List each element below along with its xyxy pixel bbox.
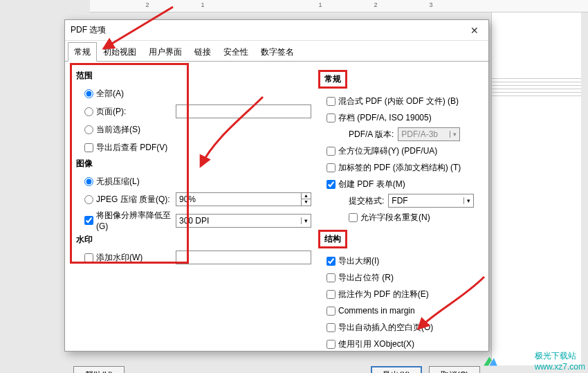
range-pages-label: 页面(P): <box>96 106 126 118</box>
tab-bar: 常规 初始视图 用户界面 链接 安全性 数字签名 <box>65 42 488 62</box>
tab-security[interactable]: 安全性 <box>217 42 255 62</box>
margin-comments-checkbox[interactable] <box>327 307 336 316</box>
tab-general[interactable]: 常规 <box>68 42 97 62</box>
ua-checkbox[interactable] <box>327 147 336 156</box>
reduce-res-label: 将图像分辨率降低至(G) <box>96 210 176 231</box>
cancel-button[interactable]: 取消(C) <box>429 366 480 373</box>
site-url: www.xz7.com <box>535 362 585 372</box>
chevron-down-icon: ▾ <box>301 217 311 224</box>
lossless-label: 无损压缩(L) <box>96 176 140 188</box>
structure-section-title: 结构 <box>318 230 347 248</box>
chevron-down-icon: ▾ <box>450 131 459 138</box>
range-section-title: 范围 <box>76 70 311 82</box>
export-button[interactable]: 导出(X) <box>371 366 422 373</box>
tab-initial-view[interactable]: 初始视图 <box>97 42 143 62</box>
tagged-checkbox[interactable] <box>327 163 336 172</box>
submit-format-label: 提交格式: <box>349 195 384 207</box>
margin-comments-label: Comments in margin <box>338 306 415 316</box>
pdfa-version-label: PDF/A 版本: <box>349 129 394 140</box>
range-pages-radio[interactable] <box>84 107 93 116</box>
xobject-label: 使用引用 XObject(X) <box>338 338 414 350</box>
outline-checkbox[interactable] <box>327 257 336 266</box>
range-all-radio[interactable] <box>84 89 93 98</box>
pdf-comments-checkbox[interactable] <box>327 290 336 299</box>
button-row: 帮助(H) 导出(X) 取消(C) <box>65 359 488 373</box>
titlebar: PDF 选项 ✕ <box>65 20 488 41</box>
pdf-comments-label: 批注作为 PDF 的注释(E) <box>338 289 429 300</box>
forms-label: 创建 PDF 表单(M) <box>338 179 405 190</box>
lossless-radio[interactable] <box>84 177 93 186</box>
reduce-res-checkbox[interactable] <box>84 216 93 225</box>
general-section-title: 常规 <box>318 70 347 89</box>
pdfa-version-value: PDF/A-3b <box>398 129 450 139</box>
jpeg-label: JPEG 压缩 质量(Q): <box>96 194 170 206</box>
range-selection-radio[interactable] <box>84 125 93 134</box>
submit-format-select[interactable]: FDF▾ <box>388 194 474 208</box>
tagged-label: 加标签的 PDF (添加文档结构) (T) <box>338 162 461 174</box>
ruler: 2 1 1 2 3 <box>90 0 588 12</box>
dpi-value: 300 DPI <box>176 216 301 226</box>
view-after-checkbox[interactable] <box>84 143 93 152</box>
placeholders-checkbox[interactable] <box>327 273 336 282</box>
view-after-label: 导出后查看 PDF(V) <box>96 142 167 154</box>
site-logo-icon <box>481 352 499 370</box>
forms-checkbox[interactable] <box>327 180 336 189</box>
xobject-checkbox[interactable] <box>327 340 336 349</box>
help-button[interactable]: 帮助(H) <box>73 366 125 373</box>
chevron-down-icon: ▾ <box>463 197 473 204</box>
blank-pages-label: 导出自动插入的空白页(O) <box>338 322 433 334</box>
tab-links[interactable]: 链接 <box>188 42 217 62</box>
ua-label: 全方位无障碍(Y) (PDF/UA) <box>338 145 437 157</box>
range-all-label: 全部(A) <box>96 88 124 100</box>
watermark-section-title: 水印 <box>76 234 311 246</box>
dup-fields-label: 允许字段名重复(N) <box>360 212 430 224</box>
dialog-title: PDF 选项 <box>71 24 466 36</box>
site-name: 极光下载站 <box>535 351 576 361</box>
pdf-options-dialog: PDF 选项 ✕ 常规 初始视图 用户界面 链接 安全性 数字签名 范围 全部(… <box>64 19 489 352</box>
jpeg-quality-spinner[interactable]: 90%▲▼ <box>176 192 311 206</box>
spinner-up-icon[interactable]: ▲ <box>302 193 311 199</box>
submit-format-value: FDF <box>389 196 463 206</box>
hybrid-label: 混合式 PDF (内嵌 ODF 文件) (B) <box>338 95 459 107</box>
archive-checkbox[interactable] <box>327 113 336 122</box>
site-watermark: 极光下载站 www.xz7.com <box>535 350 585 372</box>
range-pages-input[interactable] <box>176 104 311 118</box>
hybrid-checkbox[interactable] <box>327 97 336 106</box>
watermark-text-input[interactable] <box>176 251 311 264</box>
jpeg-radio[interactable] <box>84 195 93 204</box>
image-section-title: 图像 <box>76 158 311 170</box>
tab-ui[interactable]: 用户界面 <box>143 42 188 62</box>
add-watermark-checkbox[interactable] <box>84 253 93 262</box>
placeholders-label: 导出占位符 (R) <box>338 272 394 284</box>
archive-label: 存档 (PDF/A, ISO 19005) <box>338 112 432 124</box>
dup-fields-checkbox[interactable] <box>349 213 358 222</box>
pdfa-version-select: PDF/A-3b▾ <box>398 127 460 141</box>
close-icon[interactable]: ✕ <box>466 25 483 36</box>
document-background <box>491 12 581 365</box>
tab-signatures[interactable]: 数字签名 <box>255 42 300 62</box>
dpi-select[interactable]: 300 DPI▾ <box>176 214 311 228</box>
range-selection-label: 当前选择(S) <box>96 124 140 136</box>
spinner-down-icon[interactable]: ▼ <box>302 199 311 206</box>
add-watermark-label: 添加水印(W) <box>96 252 143 264</box>
jpeg-quality-value: 90% <box>176 194 301 204</box>
outline-label: 导出大纲(I) <box>338 255 379 267</box>
blank-pages-checkbox[interactable] <box>327 323 336 332</box>
